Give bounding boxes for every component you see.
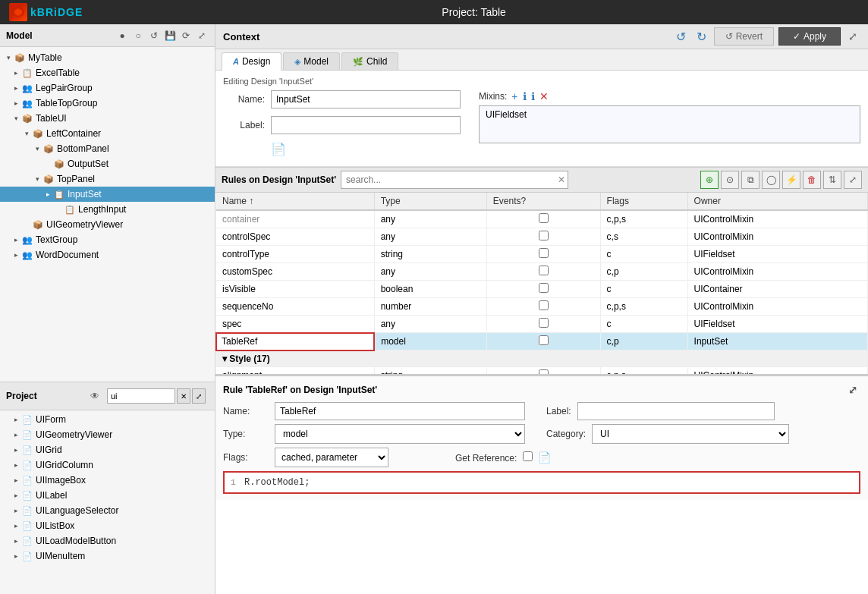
model-icon-refresh[interactable]: ⟳ — [179, 29, 193, 42]
tab-model[interactable]: ◈ Model — [283, 52, 340, 70]
toggle-uigridcolumn[interactable] — [11, 460, 21, 470]
mixin-info-btn[interactable]: ℹ — [523, 90, 527, 102]
table-row[interactable]: controlType string c UIFieldset — [216, 246, 868, 263]
table-row[interactable]: controlSpec any c,s UIControlMixin — [216, 228, 868, 246]
tree-item-outputset[interactable]: 📦 OutputSet — [0, 156, 215, 171]
table-row[interactable]: customSpec any c,p UIControlMixin — [216, 263, 868, 281]
project-item-uilanguageselector[interactable]: 📄 UILanguageSelector — [0, 503, 215, 518]
toggle-bottompanel[interactable] — [32, 143, 42, 154]
tree-item-mytable[interactable]: 📦 MyTable — [0, 50, 215, 65]
rule-type-select[interactable]: model — [275, 424, 525, 444]
tree-item-worddocument[interactable]: 👥 WordDocument — [0, 247, 215, 262]
rules-duplicate-btn[interactable]: ⧉ — [741, 171, 760, 189]
row-events[interactable] — [486, 281, 600, 298]
rule-detail-expand[interactable]: ⤢ — [845, 382, 860, 398]
rules-bolt-btn[interactable]: ⚡ — [782, 171, 800, 189]
tree-item-textgroup[interactable]: 👥 TextGroup — [0, 232, 215, 247]
toggle-textgroup[interactable] — [11, 234, 21, 245]
rule-name-input[interactable] — [275, 402, 525, 420]
toggle-inputset[interactable] — [42, 189, 53, 200]
project-search-clear[interactable]: ✕ — [177, 388, 190, 404]
toggle-worddocument[interactable] — [11, 250, 21, 260]
toggle-toppanel[interactable] — [32, 174, 42, 184]
toggle-legpairgroup[interactable] — [11, 83, 21, 93]
table-row[interactable]: isVisible boolean c UIContainer — [216, 281, 868, 298]
tree-item-tabletopgroup[interactable]: 👥 TableTopGroup — [0, 96, 215, 111]
project-item-uigridcolumn[interactable]: 📄 UIGridColumn — [0, 457, 215, 473]
tree-item-bottompanel[interactable]: 📦 BottomPanel — [0, 141, 215, 156]
rules-search-clear[interactable]: ✕ — [558, 174, 565, 185]
rule-category-select[interactable]: UI — [592, 424, 789, 444]
toggle-uigeometryviewer2[interactable] — [11, 429, 21, 440]
toggle-mytable[interactable] — [3, 52, 14, 63]
project-search-expand[interactable]: ⤢ — [192, 388, 206, 404]
rules-delete-btn[interactable]: 🗑 — [803, 171, 821, 189]
tab-design[interactable]: A Design — [222, 52, 281, 71]
doc-icon[interactable]: 📄 — [271, 142, 286, 156]
rule-getref-checkbox[interactable] — [523, 451, 533, 461]
row-events[interactable] — [486, 210, 600, 228]
toggle-uiimagebox[interactable] — [11, 475, 21, 486]
label-input[interactable] — [271, 116, 461, 134]
tree-item-exceltable[interactable]: 📋 ExcelTable — [0, 65, 215, 80]
project-item-uilabel[interactable]: 📄 UILabel — [0, 488, 215, 503]
row-events[interactable] — [486, 246, 600, 263]
tree-item-legpairgroup[interactable]: 👥 LegPairGroup — [0, 80, 215, 96]
model-icon-eye[interactable]: ● — [115, 29, 129, 42]
rules-expand-btn[interactable]: ⤢ — [844, 171, 862, 189]
project-item-uimenuitem[interactable]: 📄 UIMenuItem — [0, 548, 215, 564]
project-item-uigrid[interactable]: 📄 UIGrid — [0, 442, 215, 457]
project-search-input[interactable] — [107, 388, 175, 404]
model-icon-circle[interactable]: ○ — [131, 29, 145, 42]
project-item-uilistbox[interactable]: 📄 UIListBox — [0, 518, 215, 533]
table-row-style-group[interactable]: ▾ Style (17) — [216, 350, 868, 367]
toggle-uilistbox[interactable] — [11, 520, 21, 531]
mixin-remove-btn[interactable]: ✕ — [539, 90, 549, 102]
toggle-uiform[interactable] — [11, 414, 21, 425]
context-expand-icon[interactable]: ⤢ — [845, 29, 860, 44]
project-item-uiform[interactable]: 📄 UIForm — [0, 412, 215, 427]
table-row-tableref[interactable]: TableRef model c,p InputSet — [216, 333, 868, 350]
project-item-uiloadmodelbutton[interactable]: 📄 UILoadModelButton — [0, 533, 215, 548]
toggle-tabletopgroup[interactable] — [11, 98, 21, 108]
model-icon-save[interactable]: 💾 — [163, 29, 177, 42]
tree-item-uigeometryviewer[interactable]: 📦 UIGeometryViewer — [0, 217, 215, 232]
tab-child[interactable]: 🌿 Child — [341, 52, 398, 70]
project-item-uiimagebox[interactable]: 📄 UIImageBox — [0, 473, 215, 488]
project-item-uigeometryviewer[interactable]: 📄 UIGeometryViewer — [0, 427, 215, 442]
name-input[interactable] — [271, 90, 461, 108]
rules-search-input[interactable] — [341, 171, 568, 189]
rules-disable-btn[interactable]: ◯ — [762, 171, 780, 189]
row-events[interactable] — [486, 298, 600, 316]
toggle-uilabel[interactable] — [11, 490, 21, 501]
redo-button[interactable]: ↻ — [693, 28, 709, 46]
model-icon-expand[interactable]: ⤢ — [195, 29, 209, 42]
row-events[interactable] — [486, 228, 600, 246]
toggle-tableui[interactable] — [11, 113, 21, 124]
table-row[interactable]: sequenceNo number c,p,s UIControlMixin — [216, 298, 868, 316]
mixin-info2-btn[interactable]: ℹ — [531, 90, 535, 102]
toggle-leftcontainer[interactable] — [21, 128, 32, 139]
rule-label-input[interactable] — [577, 402, 775, 420]
row-events[interactable] — [486, 316, 600, 333]
tree-item-inputset[interactable]: 📋 InputSet — [0, 187, 215, 202]
apply-button[interactable]: ✓ Apply — [778, 27, 841, 46]
rule-flags-select[interactable]: cached, parameter — [275, 448, 388, 467]
tree-item-tableui[interactable]: 📦 TableUI — [0, 111, 215, 126]
table-row[interactable]: alignment string c,p,s UIControlMixin — [216, 366, 868, 375]
rules-copy-btn[interactable]: ⊙ — [721, 171, 739, 189]
model-icon-undo[interactable]: ↺ — [147, 29, 161, 42]
rule-getref-doc-icon[interactable]: 📄 — [538, 451, 551, 464]
toggle-uigrid[interactable] — [11, 445, 21, 455]
tree-item-lengthinput[interactable]: 📋 LengthInput — [0, 202, 215, 217]
toggle-uilanguageselector[interactable] — [11, 505, 21, 516]
tree-item-leftcontainer[interactable]: 📦 LeftContainer — [0, 126, 215, 141]
row-events[interactable] — [486, 263, 600, 281]
toggle-uimenuitem[interactable] — [11, 551, 21, 561]
row-events[interactable] — [486, 333, 600, 350]
revert-button[interactable]: ↺ Revert — [714, 27, 774, 46]
rules-sort-btn[interactable]: ⇅ — [823, 171, 841, 189]
mixin-add-btn[interactable]: + — [511, 90, 517, 102]
table-row[interactable]: spec any c UIFieldset — [216, 316, 868, 333]
table-row[interactable]: container any c,p,s UIControlMixin — [216, 210, 868, 228]
